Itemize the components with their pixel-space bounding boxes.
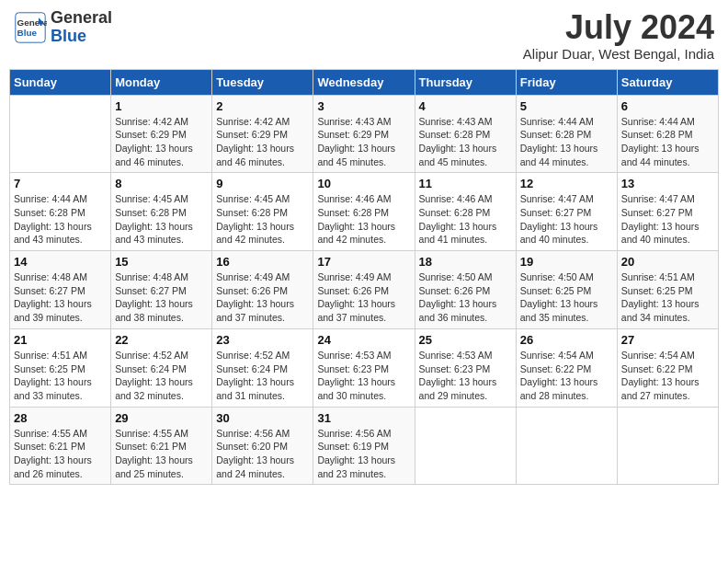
calendar-cell: 8Sunrise: 4:45 AMSunset: 6:28 PMDaylight… <box>111 173 212 251</box>
day-info: Sunrise: 4:48 AMSunset: 6:27 PMDaylight:… <box>14 270 107 325</box>
day-header-thursday: Thursday <box>415 69 516 95</box>
day-number: 23 <box>216 333 309 347</box>
day-info: Sunrise: 4:45 AMSunset: 6:28 PMDaylight:… <box>115 192 208 247</box>
calendar-cell: 6Sunrise: 4:44 AMSunset: 6:28 PMDaylight… <box>617 95 718 173</box>
calendar-cell: 5Sunrise: 4:44 AMSunset: 6:28 PMDaylight… <box>516 95 617 173</box>
calendar-cell: 18Sunrise: 4:50 AMSunset: 6:26 PMDayligh… <box>415 251 516 329</box>
day-info: Sunrise: 4:45 AMSunset: 6:28 PMDaylight:… <box>216 192 309 247</box>
day-number: 29 <box>115 411 208 425</box>
day-number: 14 <box>14 255 107 269</box>
day-header-sunday: Sunday <box>10 69 111 95</box>
day-info: Sunrise: 4:44 AMSunset: 6:28 PMDaylight:… <box>14 192 107 247</box>
day-number: 12 <box>520 177 613 190</box>
calendar-cell: 19Sunrise: 4:50 AMSunset: 6:25 PMDayligh… <box>516 251 617 329</box>
day-number: 27 <box>621 333 714 347</box>
day-number: 18 <box>419 255 512 269</box>
calendar-cell: 3Sunrise: 4:43 AMSunset: 6:29 PMDaylight… <box>313 95 415 173</box>
day-info: Sunrise: 4:46 AMSunset: 6:28 PMDaylight:… <box>317 192 410 247</box>
calendar-cell <box>516 407 617 485</box>
day-info: Sunrise: 4:50 AMSunset: 6:26 PMDaylight:… <box>419 270 512 325</box>
calendar-cell: 23Sunrise: 4:52 AMSunset: 6:24 PMDayligh… <box>212 328 313 407</box>
calendar-cell: 21Sunrise: 4:51 AMSunset: 6:25 PMDayligh… <box>10 328 111 407</box>
day-number: 20 <box>621 255 714 269</box>
day-info: Sunrise: 4:53 AMSunset: 6:23 PMDaylight:… <box>419 349 512 403</box>
day-info: Sunrise: 4:55 AMSunset: 6:21 PMDaylight:… <box>14 427 107 481</box>
calendar-cell: 1Sunrise: 4:42 AMSunset: 6:29 PMDaylight… <box>111 95 212 173</box>
calendar-cell: 24Sunrise: 4:53 AMSunset: 6:23 PMDayligh… <box>313 328 415 407</box>
day-info: Sunrise: 4:56 AMSunset: 6:20 PMDaylight:… <box>216 427 309 481</box>
calendar-cell: 16Sunrise: 4:49 AMSunset: 6:26 PMDayligh… <box>212 251 313 329</box>
day-number: 17 <box>317 255 410 269</box>
calendar-cell: 31Sunrise: 4:56 AMSunset: 6:19 PMDayligh… <box>313 407 415 485</box>
day-info: Sunrise: 4:43 AMSunset: 6:28 PMDaylight:… <box>419 115 512 169</box>
header: General Blue General Blue July 2024 Alip… <box>9 9 719 62</box>
day-info: Sunrise: 4:51 AMSunset: 6:25 PMDaylight:… <box>14 349 107 403</box>
day-header-saturday: Saturday <box>617 69 718 95</box>
day-number: 25 <box>419 333 512 347</box>
day-info: Sunrise: 4:52 AMSunset: 6:24 PMDaylight:… <box>115 349 208 403</box>
day-number: 19 <box>520 255 613 269</box>
day-info: Sunrise: 4:42 AMSunset: 6:29 PMDaylight:… <box>115 115 208 169</box>
calendar-cell: 13Sunrise: 4:47 AMSunset: 6:27 PMDayligh… <box>617 173 718 251</box>
day-info: Sunrise: 4:51 AMSunset: 6:25 PMDaylight:… <box>621 270 714 325</box>
day-number: 10 <box>317 177 410 190</box>
day-number: 15 <box>115 255 208 269</box>
day-number: 21 <box>14 333 107 347</box>
day-number: 3 <box>317 99 410 113</box>
day-number: 13 <box>621 177 714 190</box>
calendar-cell: 15Sunrise: 4:48 AMSunset: 6:27 PMDayligh… <box>111 251 212 329</box>
day-info: Sunrise: 4:43 AMSunset: 6:29 PMDaylight:… <box>317 115 410 169</box>
logo-icon: General Blue <box>14 11 47 44</box>
calendar-header-row: SundayMondayTuesdayWednesdayThursdayFrid… <box>10 69 719 95</box>
day-number: 24 <box>317 333 410 347</box>
day-info: Sunrise: 4:49 AMSunset: 6:26 PMDaylight:… <box>216 270 309 325</box>
day-number: 1 <box>115 99 208 113</box>
day-header-tuesday: Tuesday <box>212 69 313 95</box>
day-info: Sunrise: 4:47 AMSunset: 6:27 PMDaylight:… <box>621 192 714 247</box>
day-info: Sunrise: 4:55 AMSunset: 6:21 PMDaylight:… <box>115 427 208 481</box>
day-number: 31 <box>317 411 410 425</box>
title-block: July 2024 Alipur Duar, West Bengal, Indi… <box>523 9 714 62</box>
calendar-cell: 2Sunrise: 4:42 AMSunset: 6:29 PMDaylight… <box>212 95 313 173</box>
calendar-week-row: 21Sunrise: 4:51 AMSunset: 6:25 PMDayligh… <box>10 328 719 407</box>
calendar-cell: 22Sunrise: 4:52 AMSunset: 6:24 PMDayligh… <box>111 328 212 407</box>
day-header-wednesday: Wednesday <box>313 69 415 95</box>
day-info: Sunrise: 4:54 AMSunset: 6:22 PMDaylight:… <box>520 349 613 403</box>
day-info: Sunrise: 4:44 AMSunset: 6:28 PMDaylight:… <box>621 115 714 169</box>
day-header-friday: Friday <box>516 69 617 95</box>
calendar-cell: 12Sunrise: 4:47 AMSunset: 6:27 PMDayligh… <box>516 173 617 251</box>
day-info: Sunrise: 4:52 AMSunset: 6:24 PMDaylight:… <box>216 349 309 403</box>
calendar-week-row: 28Sunrise: 4:55 AMSunset: 6:21 PMDayligh… <box>10 407 719 485</box>
day-number: 16 <box>216 255 309 269</box>
day-number: 26 <box>520 333 613 347</box>
calendar-week-row: 1Sunrise: 4:42 AMSunset: 6:29 PMDaylight… <box>10 95 719 173</box>
day-number: 9 <box>216 177 309 190</box>
calendar-cell: 9Sunrise: 4:45 AMSunset: 6:28 PMDaylight… <box>212 173 313 251</box>
calendar-cell: 20Sunrise: 4:51 AMSunset: 6:25 PMDayligh… <box>617 251 718 329</box>
day-info: Sunrise: 4:46 AMSunset: 6:28 PMDaylight:… <box>419 192 512 247</box>
day-info: Sunrise: 4:53 AMSunset: 6:23 PMDaylight:… <box>317 349 410 403</box>
calendar-table: SundayMondayTuesdayWednesdayThursdayFrid… <box>9 69 719 486</box>
logo: General Blue General Blue <box>14 9 112 46</box>
day-info: Sunrise: 4:50 AMSunset: 6:25 PMDaylight:… <box>520 270 613 325</box>
calendar-cell <box>415 407 516 485</box>
day-info: Sunrise: 4:47 AMSunset: 6:27 PMDaylight:… <box>520 192 613 247</box>
day-number: 22 <box>115 333 208 347</box>
day-header-monday: Monday <box>111 69 212 95</box>
day-number: 7 <box>14 177 107 190</box>
calendar-cell: 30Sunrise: 4:56 AMSunset: 6:20 PMDayligh… <box>212 407 313 485</box>
calendar-body: 1Sunrise: 4:42 AMSunset: 6:29 PMDaylight… <box>10 95 719 485</box>
day-number: 4 <box>419 99 512 113</box>
calendar-cell: 4Sunrise: 4:43 AMSunset: 6:28 PMDaylight… <box>415 95 516 173</box>
calendar-cell: 14Sunrise: 4:48 AMSunset: 6:27 PMDayligh… <box>10 251 111 329</box>
day-info: Sunrise: 4:44 AMSunset: 6:28 PMDaylight:… <box>520 115 613 169</box>
calendar-cell: 25Sunrise: 4:53 AMSunset: 6:23 PMDayligh… <box>415 328 516 407</box>
calendar-cell: 10Sunrise: 4:46 AMSunset: 6:28 PMDayligh… <box>313 173 415 251</box>
calendar-cell: 7Sunrise: 4:44 AMSunset: 6:28 PMDaylight… <box>10 173 111 251</box>
calendar-cell <box>617 407 718 485</box>
calendar-cell <box>10 95 111 173</box>
day-number: 2 <box>216 99 309 113</box>
subtitle: Alipur Duar, West Bengal, India <box>523 46 714 62</box>
day-info: Sunrise: 4:42 AMSunset: 6:29 PMDaylight:… <box>216 115 309 169</box>
logo-text: General Blue <box>51 9 112 46</box>
